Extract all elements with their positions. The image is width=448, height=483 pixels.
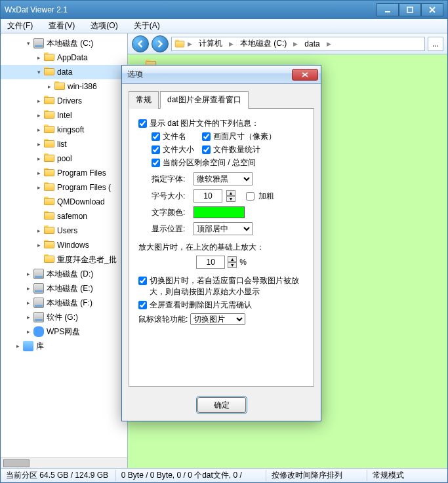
expand-icon[interactable]: ▸: [24, 328, 32, 336]
folder-tree[interactable]: ▾本地磁盘 (C:)▸AppData▾data▸win-i386▸Drivers…: [1, 33, 127, 457]
expand-icon[interactable]: ▸: [35, 241, 43, 249]
tree-node-label: WPS网盘: [47, 326, 80, 338]
expand-icon[interactable]: ▸: [35, 126, 43, 134]
expand-icon[interactable]: ▸: [14, 342, 22, 350]
color-swatch[interactable]: [193, 206, 245, 218]
tree-scrollbar[interactable]: [1, 457, 127, 468]
nav-back-button[interactable]: [132, 35, 149, 52]
chk-bold[interactable]: [246, 192, 255, 201]
breadcrumb-item[interactable]: data: [300, 39, 323, 48]
expand-icon[interactable]: ▸: [35, 155, 43, 163]
breadcrumb-more-button[interactable]: ...: [428, 37, 443, 51]
menu-view[interactable]: 查看(V): [45, 19, 79, 33]
chk-show-info[interactable]: [138, 119, 147, 128]
select-wheel[interactable]: 切换图片: [190, 313, 245, 325]
label-wheel: 鼠标滚轮功能:: [138, 314, 188, 325]
expand-icon[interactable]: ▸: [24, 284, 32, 292]
status-sort: 按修改时间降序排列: [266, 470, 368, 481]
dialog-close-button[interactable]: [292, 69, 318, 81]
svg-rect-0: [385, 11, 390, 12]
tree-node[interactable]: QMDownload: [1, 195, 127, 209]
chk-switch-resize[interactable]: [138, 277, 147, 285]
tree-node[interactable]: 重度拜金患者_批: [1, 252, 127, 267]
folder-icon: [44, 52, 54, 63]
breadcrumb-item[interactable]: 计算机: [195, 38, 226, 49]
tree-node[interactable]: ▾本地磁盘 (C:): [1, 36, 127, 50]
select-position[interactable]: 顶部居中: [193, 222, 253, 235]
tree-node[interactable]: ▸Drivers: [1, 94, 127, 108]
tree-node[interactable]: ▸pool: [1, 151, 127, 166]
tree-node[interactable]: ▸本地磁盘 (E:): [1, 281, 127, 296]
tree-node[interactable]: safemon: [1, 209, 127, 223]
chk-dimensions[interactable]: [202, 132, 211, 141]
expand-icon[interactable]: ▸: [24, 270, 32, 278]
input-zoom[interactable]: [196, 256, 225, 269]
tree-node-label: QMDownload: [57, 197, 105, 206]
maximize-button[interactable]: [399, 3, 421, 16]
breadcrumb-item[interactable]: 本地磁盘 (C:): [236, 38, 291, 49]
chevron-right-icon: ▶: [188, 41, 192, 47]
chk-diskspace[interactable]: [152, 159, 160, 167]
ok-button[interactable]: 确定: [197, 397, 246, 413]
tree-node[interactable]: ▸Intel: [1, 108, 127, 123]
expand-icon[interactable]: ▸: [24, 313, 32, 321]
tree-node[interactable]: ▸Windows: [1, 238, 127, 252]
tree-node[interactable]: ▸库: [1, 339, 127, 353]
select-font[interactable]: 微软雅黑: [193, 172, 253, 185]
collapse-icon[interactable]: ▾: [24, 39, 32, 47]
collapse-icon[interactable]: ▾: [35, 68, 43, 76]
expand-icon[interactable]: ▸: [35, 111, 43, 119]
tree-node[interactable]: ▸本地磁盘 (D:): [1, 267, 127, 281]
tree-node[interactable]: ▸Program Files (: [1, 180, 127, 195]
expand-icon[interactable]: ▸: [35, 97, 43, 105]
expand-icon[interactable]: ▸: [35, 54, 43, 62]
label-fontsize: 字号大小:: [152, 191, 190, 202]
input-fontsize[interactable]: [193, 189, 222, 203]
expand-icon[interactable]: ▸: [35, 184, 43, 191]
tree-node-label: Program Files (: [57, 183, 111, 192]
tree-node[interactable]: ▸win-i386: [1, 79, 127, 94]
menu-file[interactable]: 文件(F): [3, 19, 37, 33]
breadcrumb[interactable]: ▶ 计算机 ▶ 本地磁盘 (C:) ▶ data ▶: [171, 37, 425, 51]
expand-icon[interactable]: ▸: [35, 169, 43, 177]
tab-fullscreen[interactable]: dat图片全屏查看窗口: [160, 91, 249, 109]
nav-forward-button[interactable]: [152, 35, 169, 52]
folder-icon: [44, 197, 54, 207]
tab-general[interactable]: 常规: [129, 91, 159, 109]
tree-node-label: 本地磁盘 (D:): [47, 269, 93, 280]
expand-icon[interactable]: ▸: [35, 227, 43, 235]
chk-count[interactable]: [202, 145, 211, 154]
tree-node[interactable]: ▸Program Files: [1, 166, 127, 180]
fontsize-spinner[interactable]: ▲▼: [226, 190, 235, 202]
minimize-button[interactable]: [377, 3, 399, 16]
tree-node[interactable]: ▸软件 (G:): [1, 310, 127, 324]
expand-icon[interactable]: ▸: [24, 299, 32, 307]
chk-delete-noconfirm[interactable]: [138, 301, 147, 309]
menu-about[interactable]: 关于(A): [130, 19, 164, 33]
expand-icon[interactable]: ▸: [45, 83, 53, 90]
tree-node[interactable]: ▸kingsoft: [1, 123, 127, 137]
tree-node[interactable]: ▾data: [1, 65, 127, 79]
tree-node[interactable]: ▸AppData: [1, 50, 127, 65]
status-mode: 常规模式: [367, 470, 447, 481]
tree-node-label: list: [57, 140, 67, 149]
label-show-info: 显示 dat 图片文件的下列信息：: [150, 118, 259, 129]
tab-strip: 常规 dat图片全屏查看窗口: [129, 90, 314, 109]
chk-filesize[interactable]: [152, 145, 160, 154]
close-button[interactable]: [421, 3, 443, 16]
menu-options[interactable]: 选项(O): [87, 19, 121, 33]
label-color: 文字颜色:: [152, 207, 190, 218]
expand-icon[interactable]: ▸: [35, 140, 43, 148]
cloud-icon: [33, 326, 44, 337]
tree-node[interactable]: ▸list: [1, 137, 127, 151]
tree-node[interactable]: ▸本地磁盘 (F:): [1, 296, 127, 310]
tree-node-label: 本地磁盘 (F:): [47, 298, 92, 309]
expander-placeholder: [35, 256, 43, 263]
folder-icon: [44, 96, 54, 106]
folder-icon: [44, 182, 54, 193]
tree-node[interactable]: ▸WPS网盘: [1, 324, 127, 339]
dialog-title: 选项: [125, 69, 292, 80]
tree-node[interactable]: ▸Users: [1, 223, 127, 238]
zoom-spinner[interactable]: ▲▼: [228, 256, 237, 268]
chk-filename[interactable]: [152, 132, 160, 141]
